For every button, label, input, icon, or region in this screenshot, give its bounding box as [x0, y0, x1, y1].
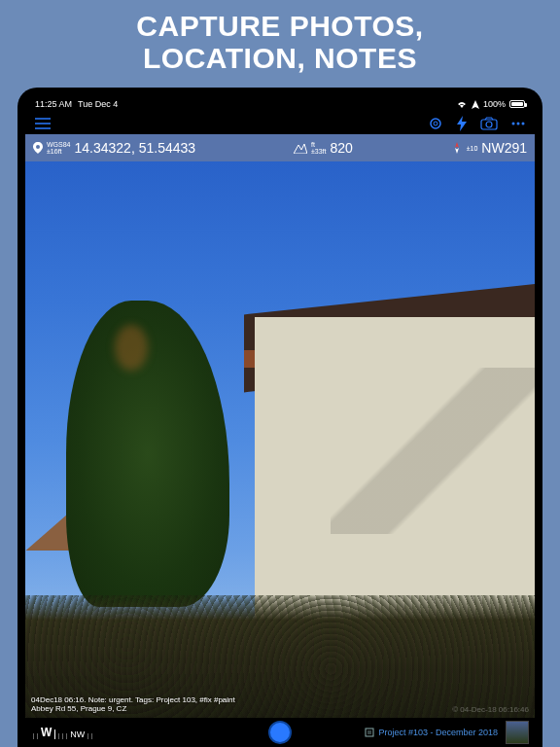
status-right: 100% — [456, 99, 525, 109]
marketing-banner: CAPTURE PHOTOS,LOCATION, NOTES — [0, 0, 560, 82]
app-header — [25, 113, 535, 134]
more-icon[interactable] — [511, 122, 525, 125]
svg-point-6 — [522, 123, 525, 125]
compass-minor: NW — [70, 729, 85, 739]
location-status-icon — [472, 100, 479, 109]
alt-unit: ft — [311, 141, 327, 148]
flash-icon[interactable] — [457, 116, 467, 131]
photo-overlay: 04Dec18 06:16. Note: urgent. Tags: Proje… — [31, 695, 235, 714]
wifi-icon — [456, 100, 468, 109]
shutter-button[interactable] — [268, 721, 292, 744]
altitude-icon — [294, 142, 307, 154]
status-date: Tue Dec 4 — [78, 99, 118, 109]
svg-rect-7 — [366, 729, 373, 736]
battery-icon — [509, 100, 525, 108]
wall-shadow — [331, 368, 535, 535]
altitude-value: 820 — [330, 140, 352, 156]
heading-group[interactable]: ±10 NW291 — [451, 140, 527, 156]
altitude-group[interactable]: ft ±33ft 820 — [294, 140, 353, 156]
status-left: 11:25 AM Tue Dec 4 — [35, 99, 118, 109]
coordinates: 14.34322, 51.54433 — [75, 140, 196, 156]
svg-point-5 — [517, 123, 520, 125]
heading-acc: ±10 — [467, 145, 478, 152]
location-pin-icon — [33, 142, 43, 154]
screen: 11:25 AM Tue Dec 4 100% — [25, 95, 535, 747]
svg-point-3 — [486, 122, 492, 127]
info-bar: WGS84 ±16ft 14.34322, 51.54433 ft ±33ft … — [25, 134, 535, 161]
status-time: 11:25 AM — [35, 99, 72, 109]
heading-value: NW291 — [481, 140, 527, 156]
battery-percent: 100% — [483, 99, 506, 109]
svg-point-4 — [512, 123, 515, 125]
alt-acc: ±33ft — [311, 148, 327, 155]
viewfinder[interactable]: 04Dec18 06:16. Note: urgent. Tags: Proje… — [25, 161, 535, 718]
banner-title: CAPTURE PHOTOS,LOCATION, NOTES — [0, 10, 560, 74]
project-selector[interactable]: Project #103 - December 2018 — [365, 728, 498, 737]
svg-point-0 — [431, 119, 440, 128]
bottom-bar: W NW Project #103 - December 2018 — [25, 718, 535, 747]
settings-icon[interactable] — [428, 116, 443, 131]
svg-point-1 — [434, 122, 438, 125]
tablet-frame: 11:25 AM Tue Dec 4 100% — [18, 88, 542, 747]
compass-strip[interactable]: W NW — [33, 726, 92, 739]
overlay-line1: 04Dec18 06:16. Note: urgent. Tags: Proje… — [31, 695, 235, 705]
project-name: Project #103 - December 2018 — [378, 728, 498, 737]
camera-switch-icon[interactable] — [480, 117, 498, 130]
last-photo-thumb[interactable] — [506, 721, 529, 744]
compass-major: W — [41, 726, 52, 739]
note-icon — [365, 728, 374, 737]
coord-sys: WGS84 — [47, 141, 71, 148]
compass-icon — [451, 142, 463, 154]
coord-acc: ±16ft — [47, 148, 71, 155]
coords-group[interactable]: WGS84 ±16ft 14.34322, 51.54433 — [33, 140, 195, 156]
menu-icon[interactable] — [35, 118, 51, 129]
status-bar: 11:25 AM Tue Dec 4 100% — [25, 95, 535, 113]
watermark: © 04-Dec-18 06:16:46 — [452, 705, 529, 714]
overlay-line2: Abbey Rd 55, Prague 9, CZ — [31, 704, 235, 714]
